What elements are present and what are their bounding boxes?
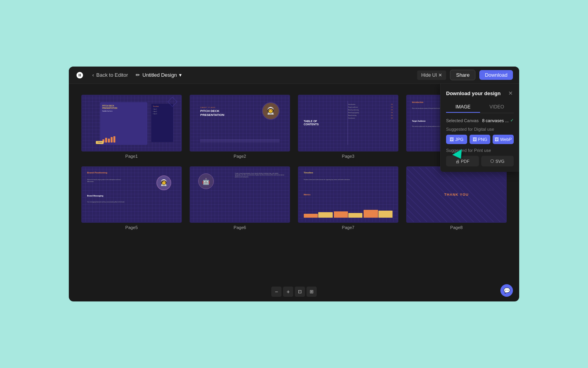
webp-button[interactable]: 🖼 WebP (493, 135, 514, 144)
hide-ui-label: Hide UI (421, 72, 437, 78)
page-thumb-6: 🤖 Create a visual representation of your… (190, 166, 290, 223)
list-item[interactable]: THANK YOU Page8 (406, 166, 507, 230)
back-arrow-icon: ‹ (92, 72, 94, 78)
checkmark-icon: ✓ (510, 118, 514, 123)
list-item[interactable]: Timeline Provides a three-level outline … (298, 166, 398, 230)
png-icon: 🖼 (473, 137, 477, 142)
pdf-button[interactable]: 🖨 PDF (446, 156, 479, 166)
main-area: PITCH DECKPRESENTATION Subtitle line her… (69, 84, 519, 301)
chevron-down-icon: ▾ (179, 72, 182, 78)
list-item[interactable]: TABLE OFCONTENTS Introduction01 Target a… (298, 95, 398, 159)
page-thumb-5: Brand Positioning Defines the brand's un… (81, 166, 182, 223)
print-section-label: Suggested for Print use (446, 148, 514, 153)
zoom-in-button[interactable]: + (283, 287, 293, 297)
digital-format-buttons: 🖼 JPG 🖼 PNG 🖼 WebP (446, 135, 514, 144)
page-thumb-1: PITCH DECKPRESENTATION Subtitle line her… (81, 95, 182, 152)
print-format-buttons: 🖨 PDF ⬡ SVG (446, 156, 514, 166)
page-label: Page6 (190, 225, 290, 230)
jpg-button[interactable]: 🖼 JPG (446, 135, 467, 144)
fit-view-button[interactable]: ⊡ (295, 287, 305, 297)
list-item[interactable]: 🤖 Create a visual representation of your… (190, 166, 290, 230)
back-to-editor-button[interactable]: ‹ Back to Editor (89, 70, 131, 79)
design-icon: ✏ (136, 72, 140, 78)
selected-canvas-row: Selected Canvas 8 canvases ... ✓ (446, 118, 514, 123)
svg-button[interactable]: ⬡ SVG (481, 156, 514, 166)
fit-icon: ⊡ (298, 289, 302, 294)
grid-view-button[interactable]: ⊞ (307, 287, 317, 297)
share-button[interactable]: Share (450, 70, 475, 80)
page-label: Page1 (81, 154, 182, 159)
list-item[interactable]: SMART PLANS PITCH DECKPRESENTATION 👨‍🚀 (190, 95, 290, 159)
pdf-icon: 🖨 (455, 159, 460, 164)
download-panel: Download your design ✕ IMAGE VIDEO Selec… (440, 84, 519, 172)
page-label: Page2 (190, 154, 290, 159)
panel-header: Download your design ✕ (446, 89, 514, 97)
grid-icon: ⊞ (310, 289, 314, 294)
page-label: Page3 (298, 154, 398, 159)
chat-icon: 💬 (504, 287, 510, 294)
chat-button[interactable]: 💬 (500, 284, 513, 297)
page-thumb-2: SMART PLANS PITCH DECKPRESENTATION 👨‍🚀 (190, 95, 290, 152)
selected-canvas-label: Selected Canvas (446, 118, 479, 123)
design-title: ✏ Untitled Design ▾ (136, 72, 182, 78)
page-thumb-7: Timeline Provides a three-level outline … (298, 166, 398, 223)
close-icon: ✕ (438, 72, 442, 78)
list-item[interactable]: PITCH DECKPRESENTATION Subtitle line her… (81, 95, 182, 159)
webp-icon: 🖼 (495, 137, 499, 142)
panel-tabs: IMAGE VIDEO (446, 102, 514, 113)
image-icon: 🖼 (450, 137, 454, 142)
zoom-out-button[interactable]: − (271, 287, 281, 297)
top-bar-right: Hide UI ✕ Share Download (417, 70, 513, 80)
tab-image[interactable]: IMAGE (446, 102, 480, 113)
back-label: Back to Editor (96, 72, 128, 78)
zoom-controls: − + ⊡ ⊞ (271, 287, 317, 297)
top-bar-left: ‹ Back to Editor ✏ Untitled Design ▾ (75, 70, 182, 80)
page-label: Page7 (298, 225, 398, 230)
tab-video[interactable]: VIDEO (480, 102, 514, 113)
panel-title: Download your design (446, 90, 500, 96)
page-thumb-3: TABLE OFCONTENTS Introduction01 Target a… (298, 95, 398, 152)
logo-icon (75, 70, 84, 80)
svg-icon: ⬡ (490, 159, 494, 164)
download-button[interactable]: Download (479, 70, 513, 80)
png-button[interactable]: 🖼 PNG (470, 135, 491, 144)
page-label: Page5 (81, 225, 182, 230)
page-thumb-8: THANK YOU (406, 166, 507, 223)
thank-you-text: THANK YOU (407, 167, 506, 222)
hide-ui-button[interactable]: Hide UI ✕ (417, 70, 446, 80)
design-name: Untitled Design (142, 72, 177, 78)
panel-close-button[interactable]: ✕ (507, 89, 514, 97)
digital-section-label: Suggested for Digital use (446, 127, 514, 132)
app-window: ‹ Back to Editor ✏ Untitled Design ▾ Hid… (69, 67, 519, 301)
list-item[interactable]: Brand Positioning Defines the brand's un… (81, 166, 182, 230)
selected-canvas-value: 8 canvases ... ✓ (482, 118, 514, 123)
page-label: Page8 (406, 225, 507, 230)
top-bar: ‹ Back to Editor ✏ Untitled Design ▾ Hid… (69, 67, 519, 84)
